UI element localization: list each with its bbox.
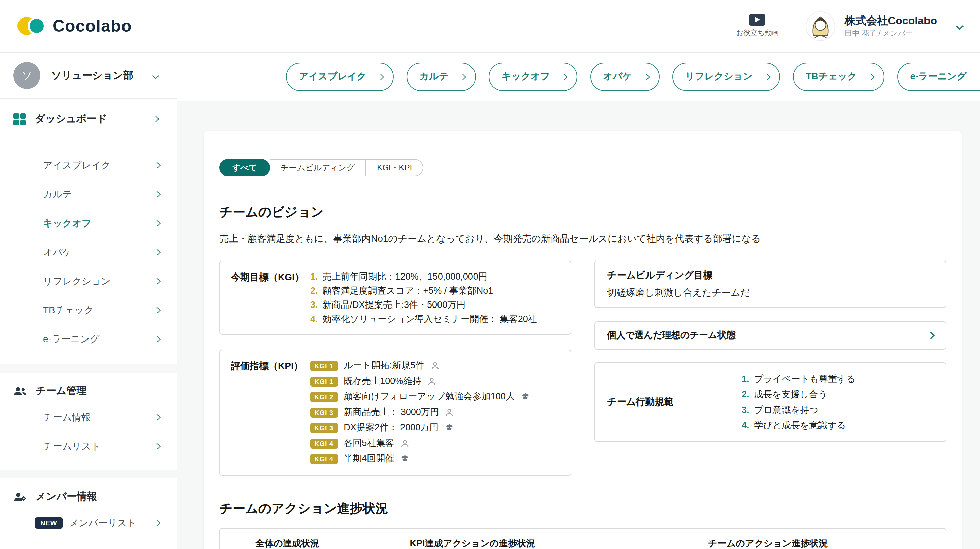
chevron-right-icon — [154, 336, 161, 343]
sidebar-team-management-header[interactable]: チーム管理 — [0, 372, 177, 403]
chevron-right-icon — [764, 73, 771, 80]
kgi-badge: KGI 4 — [310, 439, 337, 448]
chevron-right-icon — [927, 332, 935, 339]
kgi-badge: KGI 1 — [310, 377, 337, 387]
chevron-right-icon — [154, 249, 161, 255]
graduate-icon — [444, 423, 454, 433]
header-right: お役立ち動画 株式会社Cocolabo 田中 花子 / メンバー — [736, 11, 963, 41]
chevron-right-icon — [154, 220, 161, 227]
team-management-label: チーム管理 — [36, 385, 164, 397]
chevron-right-icon — [154, 191, 161, 198]
progress-box: 全体の達成状況 KPI達成アクションの進捗状況 チームのアクション進捗状況 — [220, 528, 947, 549]
sidebar-item-icebreak[interactable]: アイスブレイク — [0, 151, 177, 180]
code-of-conduct-title: チーム行動規範 — [607, 396, 742, 408]
account-info[interactable]: 株式会社Cocolabo 田中 花子 / メンバー — [845, 14, 937, 38]
video-link-label: お役立ち動画 — [736, 28, 779, 38]
progress-section-title: チームのアクション進捗状況 — [220, 500, 947, 517]
sidebar-member-info-header[interactable]: メンバー情報 — [0, 478, 177, 509]
sidebar: ソ ソリューション部 ダッシュボード アイスブレイク カルテ — [0, 53, 177, 549]
vision-description: 売上・顧客満足度ともに、事業部内No1のチームとなっており、今期発売の新商品セー… — [220, 232, 947, 246]
kpi-item: KGI 3 DX提案2件： 2000万円 — [310, 420, 530, 436]
new-badge: NEW — [35, 517, 63, 529]
progress-team-title: チームのアクション進捗状況 — [708, 538, 828, 549]
pipeline-button-icebreak[interactable]: アイスブレイク — [286, 63, 394, 91]
app-root: Cocolabo お役立ち動画 株式会社Cocolabo 田中 花子 / メンバ… — [0, 0, 980, 549]
sidebar-item-reflection[interactable]: リフレクション — [0, 267, 177, 296]
member-icon — [430, 361, 440, 371]
sidebar-item-team-info[interactable]: チーム情報 — [0, 403, 177, 432]
kickoff-card: すべて チームビルディング KGI・KPI チームのビジョン 売上・顧客満足度と… — [204, 131, 962, 549]
chevron-right-icon — [868, 73, 875, 80]
tab-all[interactable]: すべて — [220, 159, 270, 177]
pipeline-button-kickoff[interactable]: キックオフ — [489, 63, 578, 91]
tab-kgi-kpi[interactable]: KGI・KPI — [366, 159, 423, 177]
sidebar-item-kickoff[interactable]: キックオフ — [0, 209, 177, 238]
member-info-nav: NEW メンバーリスト — [0, 509, 177, 538]
sidebar-item-elearning[interactable]: e-ラーニング — [0, 325, 177, 354]
vision-title: チームのビジョン — [220, 203, 947, 221]
chevron-right-icon — [154, 520, 161, 527]
conduct-item: プロ意識を持つ — [742, 402, 934, 418]
kgi-badge: KGI 4 — [310, 454, 337, 464]
graduate-icon — [520, 392, 530, 402]
chevron-right-icon — [154, 278, 161, 285]
filter-tabs: すべて チームビルディング KGI・KPI — [220, 159, 423, 177]
kpi-item: KGI 2 顧客向けフォローアップ勉強会参加100人 — [310, 389, 530, 405]
sidebar-item-team-list[interactable]: チームリスト — [0, 432, 177, 461]
kgi-box-title: 今期目標（KGI） — [231, 270, 310, 326]
video-icon — [749, 14, 765, 26]
sidebar-item-tbcheck[interactable]: TBチェック — [0, 296, 177, 325]
chevron-right-icon — [643, 73, 650, 80]
sidebar-dashboard-header[interactable]: ダッシュボード — [0, 99, 177, 135]
user-name-role: 田中 花子 / メンバー — [845, 29, 937, 38]
sidebar-item-karte[interactable]: カルテ — [0, 180, 177, 209]
kpi-item: KGI 4 各回5社集客 — [310, 436, 530, 451]
top-header: Cocolabo お役立ち動画 株式会社Cocolabo 田中 花子 / メンバ… — [0, 0, 980, 53]
graduate-icon — [399, 454, 410, 464]
content-area: すべて チームビルディング KGI・KPI チームのビジョン 売上・顧客満足度と… — [177, 101, 980, 549]
member-gear-icon — [13, 492, 26, 501]
logo-text: Cocolabo — [52, 16, 132, 36]
ideal-team-title: 個人で選んだ理想のチーム状態 — [607, 329, 736, 342]
kgi-item: 顧客満足度調査スコア：+5% / 事業部No1 — [310, 284, 537, 298]
sidebar-item-obake[interactable]: オバケ — [0, 238, 177, 267]
department-avatar: ソ — [13, 62, 40, 89]
kgi-box: 今期目標（KGI） 売上前年同期比：120%、150,000,000円 顧客満足… — [220, 261, 571, 335]
kgi-item: 売上前年同期比：120%、150,000,000円 — [310, 270, 537, 284]
helpful-videos-link[interactable]: お役立ち動画 — [736, 14, 779, 38]
kgi-badge: KGI 1 — [310, 361, 337, 371]
account-menu-chevron-down-icon[interactable] — [956, 22, 964, 30]
main-column: アイスブレイク カルテ キックオフ オバケ リフレクション TBチェック — [177, 53, 980, 549]
team-management-nav: チーム情報 チームリスト — [0, 403, 177, 461]
sidebar-divider — [0, 364, 177, 372]
pipeline-button-karte[interactable]: カルテ — [407, 63, 476, 91]
chevron-right-icon — [154, 162, 161, 169]
code-of-conduct-box: チーム行動規範 プライベートも尊重する 成長を支援し合う プロ意識を持つ 学びと… — [594, 362, 947, 442]
member-info-label: メンバー情報 — [36, 490, 164, 503]
pipeline-button-reflection[interactable]: リフレクション — [672, 63, 780, 91]
team-building-goal-box: チームビルディング目標 切磋琢磨し刺激し合えたチームだ — [594, 261, 947, 308]
conduct-item: プライベートも尊重する — [742, 371, 934, 387]
app-logo[interactable]: Cocolabo — [18, 16, 132, 36]
conduct-item: 成長を支援し合う — [742, 387, 934, 402]
kpi-item: KGI 1 ルート開拓:新規5件 — [310, 358, 530, 374]
pipeline-button-tbcheck[interactable]: TBチェック — [793, 63, 885, 91]
kpi-box: 評価指標（KPI） KGI 1 ルート開拓:新規5件 KGI 1 — [220, 350, 571, 476]
user-avatar[interactable] — [806, 11, 835, 41]
department-selector[interactable]: ソ ソリューション部 — [0, 53, 177, 99]
pipeline-button-obake[interactable]: オバケ — [590, 63, 660, 91]
kpi-box-title: 評価指標（KPI） — [231, 358, 310, 467]
dashboard-nav: アイスブレイク カルテ キックオフ オバケ リフレクション — [0, 151, 177, 354]
code-of-conduct-list: プライベートも尊重する 成長を支援し合う プロ意識を持つ 学びと成長を意識する — [742, 371, 934, 433]
sidebar-item-member-list[interactable]: NEW メンバーリスト — [0, 509, 177, 538]
ideal-team-link[interactable]: 個人で選んだ理想のチーム状態 — [594, 321, 947, 350]
chevron-right-icon — [460, 73, 466, 80]
dashboard-grid-icon — [13, 113, 25, 125]
member-icon — [399, 439, 410, 448]
chevron-right-icon — [378, 73, 384, 80]
sidebar-divider — [0, 470, 177, 478]
tab-team-building[interactable]: チームビルディング — [270, 159, 366, 177]
logo-icon — [18, 17, 46, 35]
kpi-item: KGI 1 既存売上100%維持 — [310, 374, 530, 389]
pipeline-button-elearning[interactable]: e-ラーニング — [897, 63, 980, 91]
